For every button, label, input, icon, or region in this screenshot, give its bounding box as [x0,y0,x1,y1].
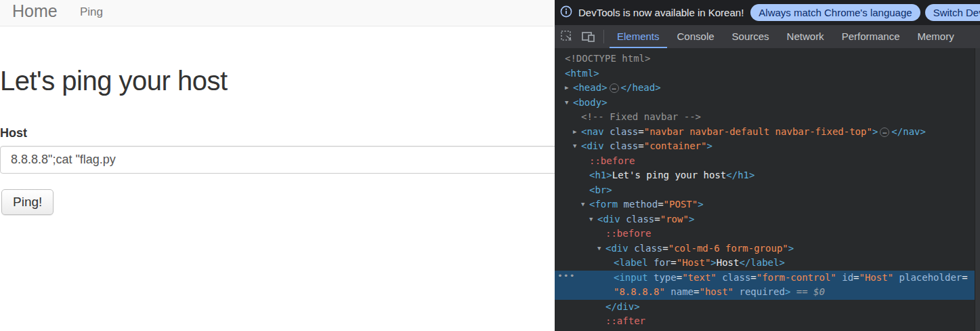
devtools-infobar: DevTools is now available in Korean! Alw… [555,0,980,25]
code-token: = [638,126,643,137]
code-token: = [658,199,663,210]
elements-dom-tree: <!DOCTYPE html><html>▶<head>…</head>▼<bo… [555,48,975,331]
code-token: "text" [682,272,717,283]
code-token: <br> [589,184,612,195]
dom-tree-line[interactable]: ::before [555,154,975,169]
info-icon [560,5,572,20]
code-token: class [604,126,639,137]
code-token: > [788,243,794,254]
code-token: <input [614,272,648,283]
dom-tree-line[interactable]: <!-- Fixed navbar --> [555,110,975,125]
code-token: <body> [573,97,608,108]
code-token: for [648,257,671,268]
code-token: ::before [605,228,651,239]
code-token: </div> [605,301,640,312]
tab-memory[interactable]: Memory [909,25,963,48]
inspect-element-icon[interactable] [557,27,576,46]
code-token: </head> [621,82,661,93]
switch-devtools-language-button[interactable]: Switch DevToo [925,4,980,21]
code-token: class [604,140,639,151]
code-token: > [706,140,712,151]
infobar-message: DevTools is now available in Korean! [578,7,744,18]
code-token: "Host" [677,257,711,268]
code-token: > [872,126,878,137]
code-token: = [638,140,643,151]
expand-arrow[interactable]: ▼ [581,197,584,212]
dom-tree-line[interactable]: ▼<div class="container"> [555,139,975,154]
dom-tree-line[interactable]: ▶<nav class="navbar navbar-default navba… [555,125,975,140]
code-token: </nav> [891,126,926,137]
code-token: </label> [739,257,784,268]
code-token: <form [589,199,618,210]
host-label: Host [0,126,27,140]
collapsed-content-button[interactable]: … [610,83,619,93]
code-token: id [836,272,853,283]
code-token: = [670,257,676,268]
code-token: class [629,243,663,254]
dom-tree-line[interactable]: ::after [555,314,975,329]
page-title: Let's ping your host [0,66,228,96]
code-token: = [662,243,668,254]
match-language-button[interactable]: Always match Chrome's language [750,4,920,21]
code-token: $0 [813,286,825,297]
collapsed-content-button[interactable]: … [880,128,889,137]
selected-node-dots: ••• [557,269,575,284]
code-token: = [677,272,682,283]
dom-tree-line[interactable]: •••<input type="text" class="form-contro… [555,271,975,286]
code-token: > [689,214,694,225]
tab-sources[interactable]: Sources [723,25,778,48]
code-token: <div [605,243,629,254]
expand-arrow[interactable]: ▼ [589,212,593,227]
code-token: "navbar navbar-default navbar-fixed-top" [644,126,872,137]
code-token: == [790,286,813,297]
code-token: ::before [589,155,635,166]
code-token: <div [597,214,620,225]
expand-arrow[interactable]: ▶ [573,125,576,140]
dom-tree-line[interactable]: ▼<body> [555,96,975,111]
dom-tree-line[interactable]: ▶<head>…</head> [555,81,975,96]
code-token: ::after [605,315,645,326]
expand-arrow[interactable]: ▼ [565,96,568,111]
nav-home-link[interactable]: Home [12,1,58,21]
code-token: "form-control" [757,272,836,283]
code-token: > [710,257,716,268]
devtools-panel: DevTools is now available in Korean! Alw… [555,0,980,331]
dom-tree-line[interactable]: </div> [555,300,975,315]
code-token: "col-md-6 form-group" [668,243,788,254]
dom-tree-line[interactable]: "8.8.8.8" name="host" required> == $0 [555,285,975,300]
code-token: "8.8.8.8" [614,286,665,297]
expand-arrow[interactable]: ▶ [565,81,568,96]
code-token: = [962,272,967,283]
code-token: "Host" [859,272,894,283]
dom-tree-line[interactable]: ▼<form method="POST"> [555,197,975,212]
code-token: = [750,272,756,283]
dom-tree-line[interactable]: ::before [555,227,975,241]
code-token: method [618,199,658,210]
nav-ping-link[interactable]: Ping [80,5,103,19]
code-token: <label [614,257,648,268]
tab-console[interactable]: Console [668,25,723,48]
tree-scrollbar[interactable] [975,48,980,331]
dom-tree-line[interactable]: <!DOCTYPE html> [555,52,975,66]
code-token: <nav [581,126,604,137]
code-token: <!-- Fixed navbar --> [581,111,701,122]
dom-tree-line[interactable]: ▼<div class="col-md-6 form-group"> [555,241,975,256]
code-token: type [648,272,677,283]
dom-tree-line[interactable]: <br> [555,183,975,198]
dom-tree-line[interactable]: <h1>Let's ping your host</h1> [555,168,975,183]
device-toolbar-icon[interactable] [579,27,598,46]
dom-tree-line[interactable]: <label for="Host">Host</label> [555,256,975,271]
host-input[interactable] [0,146,562,174]
ping-button[interactable]: Ping! [1,189,54,215]
dom-tree-line[interactable]: ▼<div class="row"> [555,212,975,227]
expand-arrow[interactable]: ▼ [573,139,576,154]
expand-arrow[interactable]: ▼ [597,241,601,256]
dom-tree-line[interactable]: <html> [555,66,975,81]
code-token: placeholder [893,272,962,283]
tab-network[interactable]: Network [778,25,833,48]
tab-elements[interactable]: Elements [608,25,668,48]
code-token: "container" [644,140,707,151]
code-token: name [665,286,694,297]
tab-performance[interactable]: Performance [833,25,909,48]
code-token: <h1> [589,170,612,180]
